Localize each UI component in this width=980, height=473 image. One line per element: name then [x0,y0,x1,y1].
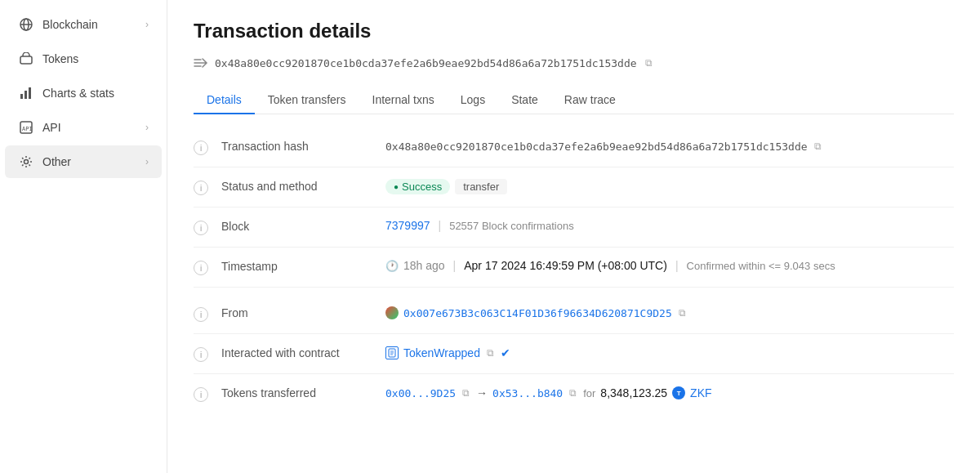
value-timestamp: 🕐 18h ago | Apr 17 2024 16:49:59 PM (+08… [385,259,954,272]
tokens-icon [18,51,34,67]
copy-tx-hash-button[interactable]: ⧉ [644,56,654,70]
status-text: Success [402,181,442,193]
for-text: for [583,387,595,399]
label-transaction-hash: Transaction hash [221,139,372,153]
main-content: Transaction details 0x48a80e0cc9201870ce… [167,0,980,473]
contract-file-icon [385,346,399,359]
row-transaction-hash: i Transaction hash 0x48a80e0cc9201870ce1… [194,127,954,167]
sidebar-item-tokens-label: Tokens [42,52,149,65]
label-status-method: Status and method [221,179,372,193]
tab-logs[interactable]: Logs [448,87,498,114]
sidebar-item-charts[interactable]: Charts & stats [5,77,162,109]
info-icon-status: i [194,181,208,195]
sidebar-item-api[interactable]: API API › [5,111,162,144]
chevron-right-icon: › [145,19,149,30]
tab-internal-txns[interactable]: Internal txns [359,87,448,114]
row-status-method: i Status and method ● Success transfer [194,167,954,207]
timestamp-absolute: Apr 17 2024 16:49:59 PM (+08:00 UTC) [464,259,667,272]
sidebar-item-blockchain[interactable]: Blockchain › [5,8,162,41]
sidebar-item-tokens[interactable]: Tokens [5,42,162,75]
sidebar-item-api-label: API [42,121,137,134]
label-interacted-with: Interacted with contract [221,346,372,359]
chevron-right-icon-api: › [145,122,149,133]
blockchain-icon [18,16,34,33]
token-symbol[interactable]: ZKF [690,386,711,399]
svg-point-9 [24,160,29,164]
page-title: Transaction details [194,20,954,42]
tabs-bar: Details Token transfers Internal txns Lo… [194,87,954,114]
token-to-address[interactable]: 0x53...b840 [492,387,563,399]
svg-rect-5 [24,91,27,99]
success-dot-icon: ● [394,182,399,191]
value-block: 7379997 | 52557 Block confirmations [385,219,954,232]
tab-details[interactable]: Details [194,87,255,114]
chevron-right-icon-other: › [145,156,149,167]
svg-text:API: API [22,126,33,132]
arrow-right-icon: → [476,386,488,399]
value-status-method: ● Success transfer [385,179,954,194]
value-tokens-transferred: 0x00...9D25 ⧉ → 0x53...b840 ⧉ for 8,348,… [385,386,954,400]
info-icon-contract: i [194,347,208,362]
from-address-avatar [385,306,399,319]
svg-rect-6 [29,87,31,99]
label-tokens-transferred: Tokens transferred [221,386,372,399]
info-icon-txhash: i [194,141,208,155]
block-confirmations: 52557 Block confirmations [449,220,573,232]
row-interacted-with: i Interacted with contract TokenWrapped … [194,334,954,374]
row-timestamp: i Timestamp 🕐 18h ago | Apr 17 2024 16:4… [194,248,954,288]
from-address-link[interactable]: 0x007e673B3c063C14F01D36f96634D620871C9D… [403,307,672,319]
row-from: i From 0x007e673B3c063C14F01D36f96634D62… [194,294,954,334]
block-number-link[interactable]: 7379997 [385,219,430,232]
info-icon-block: i [194,221,208,235]
copy-contract-button[interactable]: ⧉ [485,346,496,360]
sidebar-item-charts-label: Charts & stats [42,87,149,100]
sidebar-item-other-label: Other [42,155,137,168]
info-icon-timestamp: i [194,261,208,275]
api-icon: API [18,119,34,136]
copy-token-to-button[interactable]: ⧉ [568,386,578,400]
label-timestamp: Timestamp [221,259,372,273]
svg-rect-3 [20,56,32,64]
sidebar: Blockchain › Tokens Charts & stats API [0,0,167,473]
value-transaction-hash: 0x48a80e0cc9201870ce1b0cda37efe2a6b9eae9… [385,139,954,154]
status-badge: ● Success [385,179,450,194]
label-block: Block [221,219,372,233]
token-amount: 8,348,123.25 [600,386,667,399]
row-tokens-transferred: i Tokens transferred 0x00...9D25 ⧉ → 0x5… [194,374,954,413]
verified-check-icon: ✔ [501,346,510,359]
value-interacted-with: TokenWrapped ⧉ ✔ [385,346,954,360]
section-divider [194,288,954,294]
tab-token-transfers[interactable]: Token transfers [255,87,359,114]
block-separator: | [439,219,442,232]
charts-icon [18,85,34,101]
timestamp-relative: 18h ago [403,259,445,272]
token-logo-icon: T [672,386,685,399]
sidebar-item-blockchain-label: Blockchain [42,18,137,31]
details-table: i Transaction hash 0x48a80e0cc9201870ce1… [194,127,954,413]
sidebar-item-other[interactable]: Other › [5,145,162,178]
method-badge: transfer [455,179,507,194]
tx-arrow-icon [194,57,208,69]
tab-raw-trace[interactable]: Raw trace [551,87,629,114]
copy-token-from-button[interactable]: ⧉ [461,386,471,400]
info-icon-tokens: i [194,387,208,402]
timestamp-confirmed: Confirmed within <= 9.043 secs [687,260,835,272]
timestamp-separator: | [453,259,457,272]
timestamp-separator2: | [675,259,679,272]
svg-rect-4 [20,94,23,99]
token-from-address[interactable]: 0x00...9D25 [385,387,456,399]
other-icon [18,154,34,170]
contract-name-link[interactable]: TokenWrapped [403,346,480,359]
tx-hash-header: 0x48a80e0cc9201870ce1b0cda37efe2a6b9eae9… [194,56,954,70]
copy-hash-button[interactable]: ⧉ [813,139,823,154]
copy-from-address-button[interactable]: ⧉ [677,306,688,320]
info-icon-from: i [194,307,208,322]
tx-hash-value: 0x48a80e0cc9201870ce1b0cda37efe2a6b9eae9… [385,141,808,153]
row-block: i Block 7379997 | 52557 Block confirmati… [194,207,954,248]
label-from: From [221,306,372,319]
value-from: 0x007e673B3c063C14F01D36f96634D620871C9D… [385,306,954,320]
clock-icon: 🕐 [385,260,399,272]
page-tx-hash: 0x48a80e0cc9201870ce1b0cda37efe2a6b9eae9… [215,57,637,69]
tab-state[interactable]: State [498,87,551,114]
